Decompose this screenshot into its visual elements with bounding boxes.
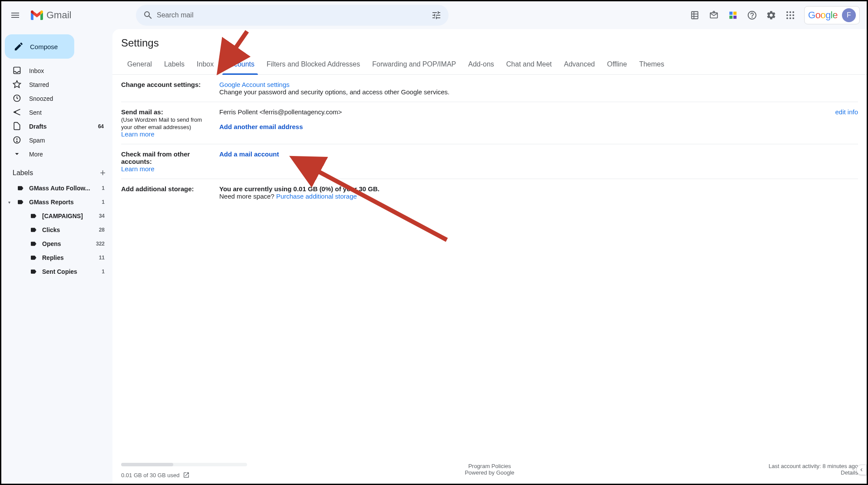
search-input[interactable] [157, 11, 428, 19]
svg-rect-9 [733, 16, 736, 19]
addon-sheets-button[interactable] [686, 7, 703, 24]
label-icon [30, 226, 37, 233]
add-mail-account-link[interactable]: Add a mail account [219, 150, 279, 158]
svg-marker-20 [13, 80, 21, 87]
details-link[interactable]: Details [841, 469, 858, 476]
file-icon [13, 122, 21, 132]
tab-accounts[interactable]: Accounts [220, 57, 261, 74]
tab-labels[interactable]: Labels [158, 57, 191, 74]
tab-inbox[interactable]: Inbox [191, 57, 220, 74]
hamburger-icon [10, 10, 20, 20]
main-panel: Settings GeneralLabelsInboxAccountsFilte… [112, 29, 867, 484]
tab-add-ons[interactable]: Add-ons [462, 57, 500, 74]
mail-track-icon [709, 10, 719, 20]
add-another-email-link[interactable]: Add another email address [219, 123, 303, 130]
tab-general[interactable]: General [121, 57, 158, 74]
label-item[interactable]: ▾GMass Reports1 [1, 195, 112, 209]
svg-rect-6 [729, 12, 733, 15]
settings-button[interactable] [762, 7, 780, 24]
label-item[interactable]: Clicks28 [1, 223, 112, 237]
gmail-logo[interactable]: Gmail [29, 10, 132, 21]
svg-point-12 [792, 11, 794, 13]
google-account-settings-link[interactable]: Google Account settings [219, 81, 290, 88]
send-as-learn-more-link[interactable]: Learn more [121, 130, 155, 138]
sheets-icon [690, 10, 700, 20]
help-button[interactable] [743, 7, 761, 24]
nav-item-more[interactable]: More [1, 147, 109, 161]
side-panel-toggle[interactable] [856, 465, 867, 475]
nav-item-spam[interactable]: Spam [1, 133, 109, 147]
send-as-identity: Ferris Pollent <ferris@pollentagency.com… [219, 108, 342, 116]
app-tiles-icon [728, 10, 738, 20]
nav-item-sent[interactable]: Sent [1, 106, 109, 120]
apps-button[interactable] [782, 7, 799, 24]
addon-app-button[interactable] [724, 7, 742, 24]
labels-header: Labels + [1, 161, 112, 181]
header-tools: Google F [686, 6, 863, 24]
label-item[interactable]: Replies11 [1, 251, 112, 265]
svg-point-17 [789, 17, 791, 19]
send-icon [13, 108, 21, 118]
section-send-mail-as: Send mail as: (Use Wordzen Mail to send … [121, 102, 858, 144]
search-icon [143, 10, 153, 20]
label-icon [17, 199, 24, 206]
section-change-account: Change account settings: Google Account … [121, 75, 858, 102]
google-logo-text: Google [808, 10, 838, 21]
search-button[interactable] [139, 7, 157, 24]
svg-line-23 [14, 112, 20, 115]
tab-themes[interactable]: Themes [633, 57, 670, 74]
label-icon [30, 213, 37, 219]
nav-item-starred[interactable]: Starred [1, 78, 109, 92]
section-check-mail: Check mail from other accounts: Learn mo… [121, 144, 858, 179]
alert-icon [13, 136, 21, 146]
chevron-left-icon [858, 467, 865, 473]
addon-mail-button[interactable] [705, 7, 723, 24]
section-storage: Add additional storage: You are currentl… [121, 179, 858, 206]
label-item[interactable]: Opens322 [1, 237, 112, 251]
tab-offline[interactable]: Offline [601, 57, 633, 74]
open-in-new-icon[interactable] [183, 472, 190, 478]
main-menu-button[interactable] [5, 5, 26, 26]
svg-point-10 [786, 11, 788, 13]
tab-forwarding-and-pop-imap[interactable]: Forwarding and POP/IMAP [366, 57, 462, 74]
label-icon [30, 254, 37, 261]
program-policies-link[interactable]: Program Policies [468, 463, 511, 469]
help-icon [747, 10, 757, 20]
purchase-storage-link[interactable]: Purchase additional storage [276, 193, 357, 200]
label-item[interactable]: Sent Copies1 [1, 265, 112, 279]
page-title: Settings [112, 29, 867, 57]
inbox-icon [13, 66, 21, 76]
tab-filters-and-blocked-addresses[interactable]: Filters and Blocked Addresses [261, 57, 366, 74]
check-mail-learn-more-link[interactable]: Learn more [121, 165, 155, 173]
nav-item-inbox[interactable]: Inbox [1, 64, 109, 78]
clock-icon [13, 94, 21, 104]
avatar[interactable]: F [842, 8, 856, 22]
footer: 0.01 GB of 30 GB used Program Policies P… [112, 452, 867, 484]
compose-label: Compose [30, 43, 58, 50]
add-label-button[interactable]: + [100, 167, 106, 179]
label-item[interactable]: [CAMPAIGNS]34 [1, 209, 112, 223]
search-options-button[interactable] [428, 7, 445, 24]
label-icon [30, 240, 37, 247]
svg-point-13 [786, 14, 788, 16]
google-account-chip[interactable]: Google F [804, 6, 860, 24]
apps-grid-icon [785, 10, 795, 20]
svg-point-5 [713, 11, 715, 13]
svg-point-14 [789, 14, 791, 16]
app-window: Gmail Google F [0, 0, 868, 485]
nav-item-drafts[interactable]: Drafts64 [1, 120, 109, 133]
svg-point-27 [17, 141, 17, 142]
horizontal-scrollbar[interactable] [121, 463, 247, 466]
label-icon [17, 185, 24, 192]
svg-rect-7 [733, 12, 736, 15]
compose-button[interactable]: Compose [5, 34, 74, 59]
tune-icon [431, 10, 442, 20]
svg-point-15 [792, 14, 794, 16]
label-item[interactable]: GMass Auto Follow...1 [1, 181, 112, 195]
gmail-icon [31, 10, 43, 20]
tab-advanced[interactable]: Advanced [558, 57, 601, 74]
nav-item-snoozed[interactable]: Snoozed [1, 92, 109, 106]
edit-info-link[interactable]: edit info [835, 108, 858, 116]
search-bar[interactable] [136, 5, 449, 26]
tab-chat-and-meet[interactable]: Chat and Meet [500, 57, 558, 74]
